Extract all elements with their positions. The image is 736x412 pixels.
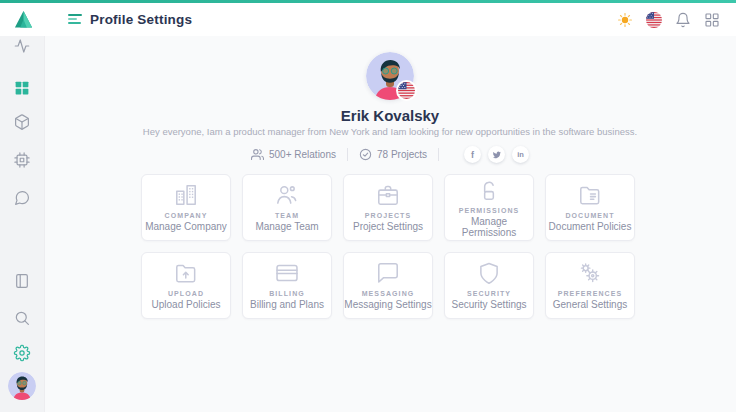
card-billing[interactable]: BILLINGBilling and Plans bbox=[242, 252, 332, 319]
divider bbox=[347, 148, 348, 161]
us-flag-icon bbox=[396, 80, 417, 101]
card-team[interactable]: TEAMManage Team bbox=[242, 174, 332, 241]
shield-icon bbox=[476, 260, 502, 286]
card-sublabel: Manage Team bbox=[255, 221, 318, 232]
folder-up-icon bbox=[173, 260, 199, 286]
sidebar-item-dashboard[interactable] bbox=[14, 80, 31, 97]
card-upload[interactable]: UPLOADUpload Policies bbox=[141, 252, 231, 319]
header: Profile Settings bbox=[0, 3, 736, 36]
card-label: PERMISSIONS bbox=[459, 207, 520, 214]
sidebar-item-search[interactable] bbox=[14, 310, 31, 327]
sidebar-item-chat[interactable] bbox=[14, 190, 31, 207]
stat-users: 500+ Relations bbox=[251, 148, 336, 161]
page-title: Profile Settings bbox=[90, 3, 192, 36]
card-preferences[interactable]: PREFERENCESGeneral Settings bbox=[545, 252, 635, 319]
twitter-icon[interactable] bbox=[488, 146, 505, 163]
card-document[interactable]: DOCUMENTDocument Policies bbox=[545, 174, 635, 241]
stat-label: 78 Projects bbox=[377, 149, 427, 160]
card-permissions[interactable]: PERMISSIONSManage Permissions bbox=[444, 174, 534, 241]
card-sublabel: Billing and Plans bbox=[250, 299, 324, 310]
card-sublabel: Security Settings bbox=[451, 299, 526, 310]
card-messaging[interactable]: MESSAGINGMessaging Settings bbox=[343, 252, 433, 319]
card-label: COMPANY bbox=[165, 212, 208, 219]
profile-avatar bbox=[366, 52, 414, 100]
card-sublabel: Upload Policies bbox=[152, 299, 221, 310]
sidebar-item-activity[interactable] bbox=[14, 38, 31, 55]
card-label: SECURITY bbox=[467, 290, 511, 297]
main-content: Erik Kovalsky Hey everyone, Iam a produc… bbox=[44, 36, 736, 412]
card-sublabel: Project Settings bbox=[353, 221, 423, 232]
card-projects[interactable]: PROJECTSProject Settings bbox=[343, 174, 433, 241]
card-sublabel: Messaging Settings bbox=[344, 299, 431, 310]
gears-icon bbox=[577, 260, 603, 286]
sidebar-item-user-avatar[interactable] bbox=[8, 372, 36, 400]
message-icon bbox=[375, 260, 401, 286]
us-flag-icon[interactable] bbox=[646, 12, 662, 28]
card-sublabel: Manage Permissions bbox=[445, 216, 533, 238]
settings-cards-grid: COMPANYManage CompanyTEAMManage TeamPROJ… bbox=[141, 174, 639, 319]
team-icon bbox=[274, 182, 300, 208]
folder-doc-icon bbox=[577, 182, 603, 208]
sidebar-item-notebook[interactable] bbox=[14, 273, 31, 290]
card-label: BILLING bbox=[269, 290, 305, 297]
linkedin-icon[interactable]: in bbox=[512, 146, 529, 163]
sidebar bbox=[0, 36, 45, 412]
card-security[interactable]: SECURITYSecurity Settings bbox=[444, 252, 534, 319]
profile-name: Erik Kovalsky bbox=[44, 107, 736, 124]
menu-icon[interactable] bbox=[68, 14, 83, 25]
card-label: UPLOAD bbox=[168, 290, 204, 297]
card-label: PROJECTS bbox=[365, 212, 412, 219]
triangle-logo-icon[interactable] bbox=[13, 9, 34, 30]
bell-icon[interactable] bbox=[675, 12, 691, 28]
facebook-icon[interactable]: f bbox=[464, 146, 481, 163]
sun-icon[interactable] bbox=[617, 12, 633, 28]
card-label: MESSAGING bbox=[362, 290, 415, 297]
card-label: DOCUMENT bbox=[565, 212, 614, 219]
sidebar-item-cpu[interactable] bbox=[14, 152, 31, 169]
card-company[interactable]: COMPANYManage Company bbox=[141, 174, 231, 241]
card-label: TEAM bbox=[275, 212, 299, 219]
topbar-actions bbox=[617, 3, 720, 36]
divider bbox=[438, 148, 439, 161]
sidebar-item-settings[interactable] bbox=[14, 345, 31, 362]
apps-icon[interactable] bbox=[704, 12, 720, 28]
sidebar-item-box[interactable] bbox=[14, 114, 31, 131]
briefcase-icon bbox=[375, 182, 401, 208]
stat-check-circle: 78 Projects bbox=[359, 148, 427, 161]
card-label: PREFERENCES bbox=[558, 290, 623, 297]
social-links: fin bbox=[464, 146, 529, 163]
card-sublabel: Document Policies bbox=[549, 221, 632, 232]
credit-card-icon bbox=[274, 260, 300, 286]
stat-label: 500+ Relations bbox=[269, 149, 336, 160]
card-sublabel: Manage Company bbox=[145, 221, 227, 232]
unlock-icon bbox=[476, 177, 502, 203]
profile-bio: Hey everyone, Iam a product manager from… bbox=[44, 126, 736, 138]
card-sublabel: General Settings bbox=[553, 299, 628, 310]
company-icon bbox=[173, 182, 199, 208]
stats-row: 500+ Relations78 Projectsfin bbox=[44, 146, 736, 164]
